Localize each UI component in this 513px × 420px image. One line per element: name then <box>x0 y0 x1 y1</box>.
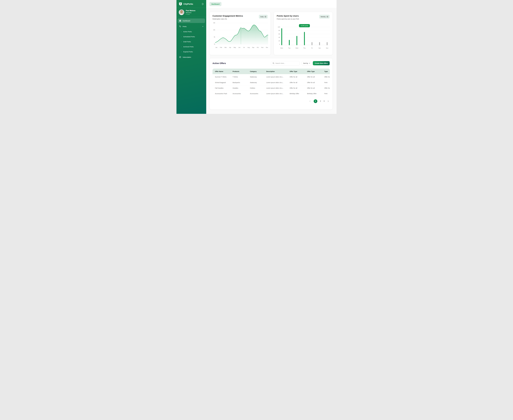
svg-text:Apr: Apr <box>229 47 231 48</box>
avatar <box>179 9 184 15</box>
pagination-page-1[interactable]: 1 <box>314 99 317 103</box>
col-description: Description <box>266 69 290 74</box>
offers-table-container: Offer Name Products Category Description… <box>213 69 330 96</box>
col-offer-name: Offer Name <box>213 69 233 74</box>
sidebar-item-scheduled-perks[interactable]: Scheduled Perks <box>178 34 205 39</box>
svg-text:Fri: Fri <box>311 47 313 49</box>
sidebar-item-subscription[interactable]: Subscription <box>178 55 205 59</box>
svg-text:May: May <box>234 47 236 48</box>
topbar: Dashboard <box>206 0 337 8</box>
percent-badge-icon <box>179 56 181 58</box>
svg-text:20: 20 <box>279 40 280 42</box>
table-header-row: Offer Name Products Category Description… <box>213 69 330 74</box>
profile-card[interactable]: Paul Melone Merchant online <box>176 8 206 17</box>
svg-text:Sun: Sun <box>326 47 328 49</box>
svg-text:Mon: Mon <box>280 47 283 49</box>
offers-search[interactable] <box>271 61 299 65</box>
svg-text:5k: 5k <box>214 36 215 38</box>
brand-row: CityPerks <box>176 0 206 8</box>
sidebar: CityPerks <box>176 0 206 114</box>
pagination-prev-icon[interactable] <box>309 100 311 102</box>
sort-by-button[interactable]: Sort by <box>302 61 312 65</box>
sidebar-item-label: Dashboard <box>183 20 190 22</box>
pagination-page-2[interactable]: 2 <box>320 100 321 102</box>
svg-text:10k: 10k <box>213 29 215 31</box>
svg-text:Nov: Nov <box>261 47 263 48</box>
sidebar-item-active-perks[interactable]: Active Perks <box>178 29 205 34</box>
svg-text:Oct: Oct <box>257 47 259 48</box>
col-products: Products <box>233 69 250 74</box>
profile-name: Paul Melone <box>186 10 195 12</box>
active-offers-title: Active Offers <box>213 62 271 65</box>
svg-text:Sep: Sep <box>252 47 254 48</box>
svg-text:Mar: Mar <box>224 47 227 48</box>
sidebar-item-expired-perks[interactable]: Expired Perks <box>178 49 205 54</box>
svg-text:60: 60 <box>279 33 280 35</box>
svg-text:Jan: Jan <box>215 47 217 48</box>
offers-table: Offer Name Products Category Description… <box>213 69 330 96</box>
points-range-select[interactable]: Weekly <box>319 15 330 19</box>
engagement-line-chart[interactable]: 15k10k5k1kJanFebMarAprMayJunJulAugSepOct… <box>213 22 268 50</box>
profile-status: online <box>186 14 195 15</box>
svg-text:80: 80 <box>279 30 280 31</box>
perks-submenu: Active Perks Scheduled Perks Draft Perks… <box>178 29 205 54</box>
engagement-card-title: Customer Engagement Metrics <box>213 15 243 17</box>
sidebar-item-label: Subscription <box>183 56 191 58</box>
active-offers-card: Active Offers Sort by <box>209 58 333 110</box>
tag-icon <box>179 25 181 28</box>
points-spent-card: Points Spent by Users Points spent by us… <box>274 12 333 55</box>
svg-text:15k: 15k <box>213 22 215 23</box>
sidebar-item-draft-perks[interactable]: Draft Perks <box>178 39 205 44</box>
online-dot-icon <box>186 14 186 15</box>
table-row[interactable]: School bagpackBackpacksStationaryLorem i… <box>213 80 330 85</box>
engagement-card-subtitle: Redemption rates (%) <box>213 18 243 20</box>
svg-text:Sat: Sat <box>319 47 321 49</box>
breadcrumb[interactable]: Dashboard <box>209 2 222 6</box>
create-new-offers-button[interactable]: Create New offers <box>313 61 330 65</box>
svg-text:100: 100 <box>278 26 280 28</box>
profile-role: Merchant <box>186 12 195 14</box>
main-area: Dashboard Customer Engagement Metrics Re… <box>206 0 337 114</box>
sidebar-item-archived-perks[interactable]: Archived Perks <box>178 44 205 49</box>
sidebar-menu: Dashboard Perks Active Perks Scheduled P… <box>176 17 206 61</box>
svg-text:0: 0 <box>279 44 280 45</box>
chevron-down-icon <box>202 26 204 27</box>
svg-text:Jul: Jul <box>243 47 245 48</box>
points-card-subtitle: Points spent by user on your Perk <box>277 18 299 20</box>
svg-text:Tue: Tue <box>288 47 291 49</box>
pagination-next-icon[interactable] <box>327 100 329 102</box>
pagination-page-3[interactable]: 3 <box>324 100 324 102</box>
calendar-icon <box>265 16 266 17</box>
engagement-range-select[interactable]: Daily <box>259 15 268 19</box>
svg-text:Wed: Wed <box>296 47 298 49</box>
svg-text:Thu: Thu <box>303 47 306 49</box>
points-bar-chart[interactable]: 020406080100MonTueWedThuFriSatSun14,000 … <box>277 22 330 51</box>
svg-text:Aug: Aug <box>247 47 250 48</box>
sidebar-item-dashboard[interactable]: Dashboard <box>178 18 205 23</box>
svg-text:Feb: Feb <box>220 47 222 48</box>
search-input[interactable] <box>275 62 298 64</box>
sidebar-item-perks[interactable]: Perks <box>178 24 205 29</box>
col-type: Type <box>324 69 330 74</box>
calendar-icon <box>327 16 328 17</box>
sidebar-collapse-icon[interactable] <box>201 3 204 5</box>
points-card-title: Points Spent by Users <box>277 15 299 17</box>
col-offer-type-1: Offer Type <box>290 69 307 74</box>
brand-name: CityPerks <box>184 3 200 5</box>
col-category: Category <box>250 69 266 74</box>
cityperks-logo-icon <box>179 2 182 6</box>
search-icon <box>273 62 274 64</box>
chevron-down-icon <box>309 63 310 64</box>
svg-text:40: 40 <box>279 37 280 38</box>
content: Customer Engagement Metrics Redemption r… <box>206 8 337 114</box>
table-row[interactable]: Summer T-ShirtsT-ShirtsStationaryLorem i… <box>213 74 330 80</box>
dashboard-grid-icon <box>179 20 181 22</box>
pagination: 1 2 3 <box>213 99 330 103</box>
svg-text:1k: 1k <box>214 43 215 45</box>
engagement-metrics-card: Customer Engagement Metrics Redemption r… <box>209 12 271 55</box>
table-row[interactable]: Fall HoodiesHoodiesClothesLorem ipsum do… <box>213 85 330 91</box>
svg-text:Jun: Jun <box>238 47 240 48</box>
table-row[interactable]: Accessories PackAccessoriesAccessoriesLo… <box>213 91 330 96</box>
svg-text:Dec: Dec <box>266 47 268 48</box>
col-offer-type-2: Offer Type <box>307 69 324 74</box>
